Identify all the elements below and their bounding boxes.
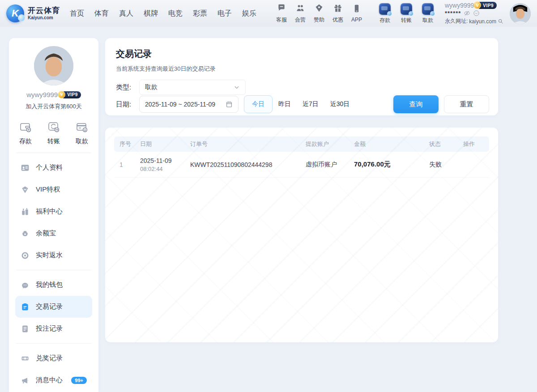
cell-account: 虚拟币账户 xyxy=(300,161,349,169)
soccer-ball-icon xyxy=(18,14,25,21)
range-today-button[interactable]: 今日 xyxy=(244,95,273,113)
sidebar-item-balance-treasure[interactable]: 余额宝 xyxy=(15,222,92,244)
nav-item-home[interactable]: 首页 xyxy=(70,9,84,18)
sidebar-item-transaction-records[interactable]: 交易记录 xyxy=(15,296,92,318)
table-row: 1 2025-11-09 08:02:44 KWWT20251109080244… xyxy=(114,152,489,178)
realtime-rebate-icon xyxy=(21,251,30,260)
user-avatar[interactable] xyxy=(510,3,531,24)
partnership-button[interactable]: 合营 xyxy=(291,4,310,24)
range-30days-button[interactable]: 近30日 xyxy=(324,95,356,113)
transfer-icon xyxy=(401,3,412,15)
sidebar-item-message-center[interactable]: 消息中心 99+ xyxy=(15,369,92,391)
brand-logo[interactable]: K 开云体育 Kaiyun.com xyxy=(6,4,60,22)
sidebar: wywy9999 V VIP9 加入开云体育第600天 存款 转账 xyxy=(9,38,98,392)
type-label: 类型: xyxy=(116,83,139,92)
withdraw-card-icon xyxy=(75,120,89,134)
user-info-block: wywy9999 V VIP9 ****** 永久网址: xyxy=(445,2,503,25)
col-index: 序号 xyxy=(114,140,135,148)
cell-date: 2025-11-09 08:02:44 xyxy=(135,157,185,172)
promo-button[interactable]: 优惠 xyxy=(328,4,347,24)
range-yesterday-button[interactable]: 昨日 xyxy=(273,95,297,113)
brand-logo-text: 开云体育 Kaiyun.com xyxy=(28,7,60,20)
wallet-shortcuts: 存款 转账 取款 xyxy=(376,3,437,24)
calendar-icon xyxy=(226,101,233,108)
sidebar-transfer-button[interactable]: 转账 xyxy=(47,120,60,145)
main-nav: 首页 体育 真人 棋牌 电竞 彩票 电子 娱乐 xyxy=(70,9,256,18)
transfer-button[interactable]: 转账 xyxy=(397,3,415,24)
sponsor-button[interactable]: 赞助 xyxy=(310,4,328,24)
vip-emblem-icon: V xyxy=(473,1,481,9)
divider xyxy=(16,270,91,270)
range-7days-button[interactable]: 近7日 xyxy=(297,95,324,113)
page: K 开云体育 Kaiyun.com 首页 体育 真人 棋牌 电竞 彩票 电子 娱… xyxy=(0,0,537,392)
date-range-value: 2025-11-09 ~ 2025-11-09 xyxy=(145,101,215,108)
sidebar-item-welfare-center[interactable]: 福利中心 xyxy=(15,200,92,222)
divider xyxy=(16,153,91,153)
type-select[interactable]: 取款 xyxy=(139,80,246,95)
vip-level: VIP9 xyxy=(483,3,494,8)
deposit-button[interactable]: 存款 xyxy=(376,3,394,24)
records-table-card: 序号 日期 订单号 提款账户 金额 状态 操作 1 2025-11-09 08:… xyxy=(105,128,498,342)
col-account: 提款账户 xyxy=(300,140,349,148)
withdraw-button[interactable]: 取款 xyxy=(419,3,437,24)
nav-item-entertainment[interactable]: 娱乐 xyxy=(242,9,256,18)
sidebar-username: wywy9999 xyxy=(26,91,58,98)
transaction-records-icon xyxy=(21,303,30,311)
sidebar-vip-badge[interactable]: V VIP9 xyxy=(61,91,81,98)
customer-service-button[interactable]: 客服 xyxy=(272,4,291,24)
chevron-down-circle-icon[interactable] xyxy=(473,10,480,17)
profile-card-icon xyxy=(21,163,30,172)
joined-days-text: 加入开云体育第600天 xyxy=(9,102,98,111)
date-filter-row: 日期: 2025-11-09 ~ 2025-11-09 今日 昨日 近7日 近3… xyxy=(116,95,489,113)
chevron-down-icon xyxy=(234,84,240,90)
date-range-input[interactable]: 2025-11-09 ~ 2025-11-09 xyxy=(139,96,239,113)
sidebar-item-profile[interactable]: 个人资料 xyxy=(15,157,92,179)
deposit-wallet-icon xyxy=(19,120,32,134)
nav-item-slots[interactable]: 电子 xyxy=(217,9,232,18)
customer-service-icon xyxy=(277,4,286,14)
nav-item-lottery[interactable]: 彩票 xyxy=(193,9,207,18)
filters-card: 交易记录 当前系统支持查询最近30日的交易记录 类型: 取款 日期: 2025-… xyxy=(105,38,498,115)
sidebar-menu: 个人资料 VIP特权 福利中心 余额宝 实时返水 我的钱包 xyxy=(9,153,98,391)
username: wywy9999 xyxy=(445,2,474,9)
magnifier-icon[interactable] xyxy=(498,18,503,24)
nav-item-esports[interactable]: 电竞 xyxy=(168,9,183,18)
app-download-button[interactable]: APP xyxy=(347,4,366,23)
site-url[interactable]: kaiyun.com xyxy=(469,18,496,25)
unread-count-badge: 99+ xyxy=(71,377,87,384)
reset-button[interactable]: 重置 xyxy=(444,95,489,113)
withdraw-icon xyxy=(422,3,434,15)
sidebar-item-prize-records[interactable]: 兑奖记录 xyxy=(15,347,92,369)
nav-item-board-games[interactable]: 棋牌 xyxy=(144,9,158,18)
nav-item-live-casino[interactable]: 真人 xyxy=(119,9,133,18)
megaphone-icon xyxy=(21,376,30,385)
sidebar-deposit-button[interactable]: 存款 xyxy=(19,120,32,145)
eye-slash-icon[interactable] xyxy=(464,10,470,17)
partnership-icon xyxy=(296,4,305,14)
page-subtitle: 当前系统支持查询最近30日的交易记录 xyxy=(116,65,487,73)
col-amount: 金额 xyxy=(349,140,424,148)
sidebar-withdraw-button[interactable]: 取款 xyxy=(75,120,89,145)
sidebar-item-realtime-rebate[interactable]: 实时返水 xyxy=(15,244,92,266)
table-header-row: 序号 日期 订单号 提款账户 金额 状态 操作 xyxy=(114,136,489,152)
piggy-bank-icon xyxy=(21,281,30,290)
sidebar-item-bet-records[interactable]: 投注记录 xyxy=(15,318,92,340)
cell-status: 失败 xyxy=(424,161,458,169)
transfer-arrows-icon xyxy=(47,120,60,134)
divider xyxy=(16,343,91,344)
vip-badge[interactable]: V VIP9 xyxy=(477,2,497,9)
welfare-center-icon xyxy=(21,207,30,216)
sidebar-avatar xyxy=(34,46,73,85)
col-status: 状态 xyxy=(424,140,458,148)
nav-item-sports[interactable]: 体育 xyxy=(94,9,109,18)
date-label: 日期: xyxy=(116,100,139,109)
cell-order-no: KWWT202511090802444298 xyxy=(185,161,300,168)
topbar-right: 客服 合营 赞助 优惠 xyxy=(272,2,531,25)
col-order-no: 订单号 xyxy=(185,140,300,148)
col-action: 操作 xyxy=(458,140,489,148)
sidebar-item-vip-privilege[interactable]: VIP特权 xyxy=(15,179,92,200)
type-select-value: 取款 xyxy=(145,83,158,91)
balance-treasure-icon xyxy=(21,229,30,238)
sidebar-item-my-wallet[interactable]: 我的钱包 xyxy=(15,274,92,296)
search-button[interactable]: 查询 xyxy=(393,95,439,113)
